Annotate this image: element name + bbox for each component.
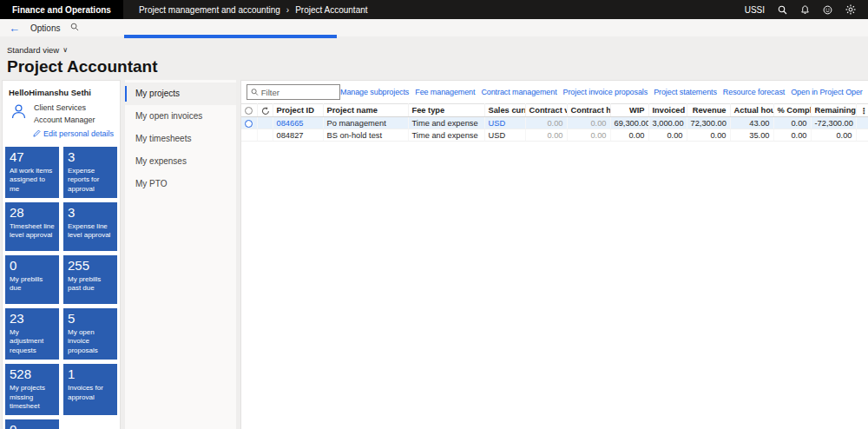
cell-fee-type: Time and expense: [408, 117, 484, 129]
settings-gear-icon[interactable]: [845, 4, 856, 15]
tile-expense-line-approval[interactable]: 3Expense line level approval: [63, 202, 117, 251]
cell-contract-value: 0.00: [525, 117, 567, 129]
view-selector-label: Standard view: [7, 45, 59, 55]
projects-table: Project ID Project name Fee type Sales c…: [241, 103, 868, 142]
col-project-name[interactable]: Project name: [323, 104, 408, 117]
feedback-smiley-icon[interactable]: [823, 5, 832, 15]
link-project-statements[interactable]: Project statements: [654, 88, 717, 96]
tab-my-open-invoices[interactable]: My open invoices: [125, 105, 236, 128]
tile-expense-reports[interactable]: 3Expense reports for approval: [63, 147, 117, 198]
grid-toolbar: Manage subprojects Fee management Contra…: [241, 81, 868, 103]
tile-work-items[interactable]: 47All work items assigned to me: [5, 147, 59, 198]
cell-sales-currency[interactable]: USD: [484, 117, 525, 129]
cell-invoiced: 3,000.00: [648, 117, 687, 129]
col-actual-hours[interactable]: Actual hours: [730, 104, 773, 117]
cell-invoiced: 0.00: [648, 129, 687, 142]
app-name[interactable]: Finance and Operations: [0, 0, 123, 19]
link-fee-management[interactable]: Fee management: [415, 88, 475, 96]
col-contract-hours[interactable]: Contract h...: [567, 104, 610, 117]
page-header: Standard view ∨ Project Accountant: [0, 36, 868, 80]
link-open-in-project-operations[interactable]: Open in Project Operations: [791, 88, 863, 96]
cell-pct-complete: 0.00: [773, 117, 811, 129]
filter-search-icon: [251, 88, 259, 96]
col-invoiced[interactable]: Invoiced: [648, 104, 687, 117]
row-checkbox[interactable]: [241, 129, 257, 142]
pencil-icon: [33, 129, 41, 137]
notifications-bell-icon[interactable]: [800, 5, 810, 15]
back-button[interactable]: ←: [9, 23, 20, 34]
col-fee-type[interactable]: Fee type: [408, 104, 484, 117]
command-bar: ← Options: [0, 19, 868, 36]
cell-project-id[interactable]: 084827: [273, 129, 323, 142]
cell-pct-complete: 0.00: [773, 129, 811, 142]
cell-actual-hours: 43.00: [730, 117, 773, 129]
page-title: Project Accountant: [7, 57, 868, 76]
column-options-icon[interactable]: ⋮: [856, 104, 868, 117]
tile-prebills-due[interactable]: 0My prebills due: [5, 255, 59, 304]
tile-invoices-for-approval[interactable]: 1Invoices for approval: [63, 364, 117, 415]
top-navigation-bar: Finance and Operations Project managemen…: [0, 0, 868, 19]
col-remaining[interactable]: Remaining...: [811, 104, 856, 117]
tile-projects-missing-timesheet[interactable]: 528My projects missing timesheet: [5, 364, 59, 415]
cell-wip: 0.00: [610, 129, 648, 142]
table-row[interactable]: 084827 BS on-hold test Time and expense …: [241, 129, 868, 142]
col-pct-complete[interactable]: % Complet...: [773, 104, 811, 117]
col-revenue[interactable]: Revenue: [687, 104, 730, 117]
command-search-icon[interactable]: [70, 23, 79, 33]
accent-bar: [124, 35, 337, 38]
edit-personal-details-link[interactable]: Edit personal details: [33, 129, 115, 138]
row-checkbox[interactable]: [241, 117, 257, 129]
cell-revenue: 72,300.00: [687, 117, 730, 129]
tab-my-projects[interactable]: My projects: [125, 82, 236, 105]
tab-my-timesheets[interactable]: My timesheets: [125, 128, 236, 150]
filter-input[interactable]: [261, 88, 336, 97]
cell-contract-hours: 0.00: [567, 129, 610, 142]
breadcrumb-section[interactable]: Project management and accounting: [139, 5, 280, 15]
link-manage-subprojects[interactable]: Manage subprojects: [340, 88, 409, 96]
cell-project-name: Po management: [323, 117, 408, 129]
cell-sales-currency: USD: [484, 129, 525, 142]
cell-fee-type: Time and expense: [408, 129, 484, 142]
breadcrumb-page[interactable]: Project Accountant: [295, 5, 367, 15]
chevron-down-icon: ∨: [62, 46, 68, 54]
workspace-content: HelloHimanshu Sethi Client Services Acco…: [0, 80, 868, 429]
cell-actual-hours: 35.00: [730, 129, 773, 142]
cell-wip: 69,300.00: [610, 117, 648, 129]
greeting: HelloHimanshu Sethi: [8, 86, 115, 102]
tab-my-pto[interactable]: My PTO: [125, 173, 236, 195]
col-contract-value[interactable]: Contract v...: [525, 104, 567, 117]
grid-action-links: Manage subprojects Fee management Contra…: [340, 88, 863, 96]
app-window: Finance and Operations Project managemen…: [0, 0, 868, 429]
avatar: [9, 102, 29, 127]
search-icon[interactable]: [778, 5, 787, 15]
tab-my-expenses[interactable]: My expenses: [125, 150, 236, 173]
col-wip[interactable]: WIP: [610, 104, 648, 117]
tile-adjustment-requests[interactable]: 23My adjustment requests: [5, 308, 59, 360]
breadcrumb: Project management and accounting › Proj…: [139, 5, 368, 15]
link-project-invoice-proposals[interactable]: Project invoice proposals: [563, 88, 648, 96]
tile-timesheet-line-approval[interactable]: 28Timesheet line level approval: [5, 202, 59, 251]
tile-partial-bottom[interactable]: 0: [5, 419, 59, 429]
profile-role-1: Client Services: [34, 102, 95, 114]
cell-project-id[interactable]: 084665: [273, 117, 323, 129]
profile-role-2: Account Manager: [34, 114, 95, 126]
col-sales-currency[interactable]: Sales curre...: [484, 104, 525, 117]
options-menu[interactable]: Options: [30, 23, 60, 33]
company-picker[interactable]: USSI: [745, 5, 765, 15]
kpi-tiles: 47All work items assigned to me 3Expense…: [5, 147, 117, 429]
topbar-actions: USSI: [745, 4, 868, 15]
workspace-tab-list: My projects My open invoices My timeshee…: [125, 80, 236, 429]
table-row[interactable]: 084665 Po management Time and expense US…: [241, 117, 868, 129]
refresh-icon[interactable]: [257, 104, 273, 117]
cell-contract-value: 0.00: [525, 129, 567, 142]
link-contract-management[interactable]: Contract management: [481, 88, 556, 96]
projects-grid-panel: Manage subprojects Fee management Contra…: [240, 80, 868, 429]
select-all-checkbox[interactable]: [241, 104, 257, 117]
link-resource-forecast[interactable]: Resource forecast: [723, 88, 785, 96]
tile-open-invoice-proposals[interactable]: 5My open invoice proposals: [63, 308, 117, 360]
cell-project-name: BS on-hold test: [323, 129, 408, 142]
table-header-row: Project ID Project name Fee type Sales c…: [241, 104, 868, 117]
tile-prebills-past-due[interactable]: 255My prebills past due: [63, 255, 117, 304]
view-selector[interactable]: Standard view ∨: [7, 45, 68, 55]
col-project-id[interactable]: Project ID: [273, 104, 323, 117]
